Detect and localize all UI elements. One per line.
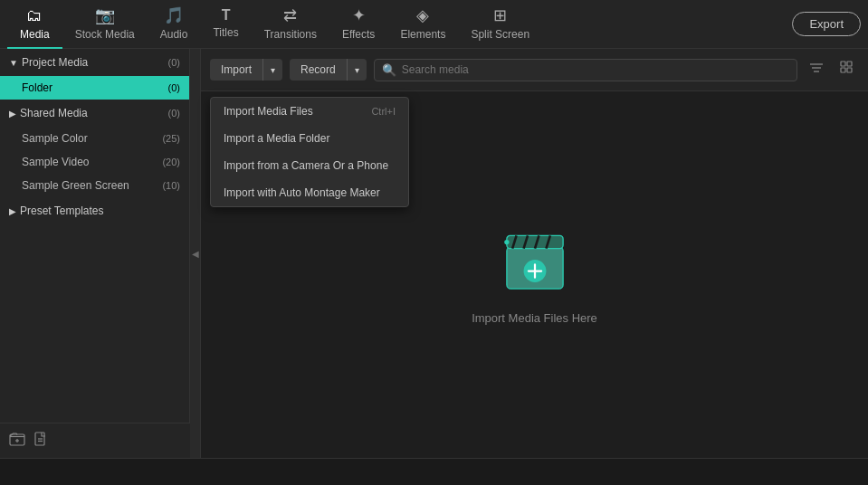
svg-rect-12 xyxy=(847,68,852,72)
export-button[interactable]: Export xyxy=(792,12,861,36)
audio-icon: 🎵 xyxy=(164,5,184,25)
nav-label-titles: Titles xyxy=(213,26,238,39)
svg-rect-9 xyxy=(841,62,845,66)
chevron-right-icon: ▶ xyxy=(9,109,16,119)
svg-rect-11 xyxy=(841,68,845,72)
add-file-icon[interactable] xyxy=(33,431,49,451)
search-icon: 🔍 xyxy=(382,63,396,77)
effects-icon: ✦ xyxy=(352,5,366,25)
folder-count: (0) xyxy=(168,82,180,93)
record-button-group: Record ▾ xyxy=(290,59,367,81)
dropdown-item-import-media-files[interactable]: Import Media Files Ctrl+I xyxy=(211,98,408,125)
import-button-group: Import ▾ Import Media Files Ctrl+I Impor… xyxy=(210,59,282,81)
sample-green-screen-label: Sample Green Screen xyxy=(22,179,129,192)
dropdown-label-import-folder: Import a Media Folder xyxy=(224,132,329,145)
dropdown-item-import-camera[interactable]: Import from a Camera Or a Phone xyxy=(211,152,408,179)
clapperboard-icon xyxy=(499,224,571,297)
sidebar-item-sample-color[interactable]: Sample Color (25) xyxy=(0,127,189,150)
filter-icon[interactable] xyxy=(805,56,828,83)
grid-icon[interactable] xyxy=(835,56,859,83)
shared-media-count: (0) xyxy=(168,108,180,119)
nav-item-stock-media[interactable]: 📷 Stock Media xyxy=(62,0,148,49)
stock-media-icon: 📷 xyxy=(95,5,115,25)
dropdown-item-import-auto-montage[interactable]: Import with Auto Montage Maker xyxy=(211,179,408,206)
sidebar-section-preset-templates[interactable]: ▶ Preset Templates xyxy=(0,197,189,224)
section-label-project-media: Project Media xyxy=(22,56,88,69)
nav-item-titles[interactable]: T Titles xyxy=(200,0,251,49)
record-dropdown-arrow[interactable]: ▾ xyxy=(348,61,367,80)
record-button[interactable]: Record xyxy=(290,59,348,81)
search-input[interactable] xyxy=(402,63,789,76)
elements-icon: ◈ xyxy=(416,5,429,25)
sidebar: ▼ Project Media (0) Folder (0) ▶ Shared … xyxy=(0,49,190,458)
chevron-down-icon: ▼ xyxy=(9,58,18,68)
nav-label-media: Media xyxy=(20,28,50,41)
transitions-icon: ⇄ xyxy=(283,5,297,25)
nav-item-effects[interactable]: ✦ Effects xyxy=(329,0,387,49)
empty-state-label: Import Media Files Here xyxy=(472,311,597,325)
nav-label-split-screen: Split Screen xyxy=(471,28,529,41)
project-media-count: (0) xyxy=(168,57,180,68)
sidebar-content: ▼ Project Media (0) Folder (0) ▶ Shared … xyxy=(0,49,190,458)
nav-label-effects: Effects xyxy=(342,28,375,41)
nav-label-transitions: Transitions xyxy=(264,28,317,41)
top-nav: 🗂 Media 📷 Stock Media 🎵 Audio T Titles ⇄… xyxy=(0,0,868,49)
dropdown-label-import-auto-montage: Import with Auto Montage Maker xyxy=(224,186,380,199)
sample-green-screen-count: (10) xyxy=(162,180,180,191)
sample-video-label: Sample Video xyxy=(22,156,90,168)
media-icon: 🗂 xyxy=(26,6,43,25)
import-dropdown-menu: Import Media Files Ctrl+I Import a Media… xyxy=(210,97,409,207)
dropdown-shortcut-import-files: Ctrl+I xyxy=(371,106,396,117)
sample-video-count: (20) xyxy=(162,157,180,167)
split-screen-icon: ⊞ xyxy=(493,5,507,25)
nav-item-elements[interactable]: ◈ Elements xyxy=(387,0,458,49)
search-box: 🔍 xyxy=(374,59,797,81)
titles-icon: T xyxy=(222,7,231,24)
sidebar-item-sample-green-screen[interactable]: Sample Green Screen (10) xyxy=(0,174,189,197)
sample-color-count: (25) xyxy=(162,133,180,144)
collapse-arrow-icon: ◀ xyxy=(192,249,199,259)
main-area: ▼ Project Media (0) Folder (0) ▶ Shared … xyxy=(0,49,868,458)
collapse-handle[interactable]: ◀ xyxy=(190,49,201,458)
bottom-bar xyxy=(0,458,868,485)
import-button[interactable]: Import xyxy=(210,59,263,81)
nav-item-media[interactable]: 🗂 Media xyxy=(7,0,62,49)
sidebar-section-shared-media[interactable]: ▶ Shared Media (0) xyxy=(0,100,189,127)
section-label-shared-media: Shared Media xyxy=(20,107,88,119)
dropdown-label-import-files: Import Media Files xyxy=(224,105,313,118)
sidebar-item-sample-video[interactable]: Sample Video (20) xyxy=(0,150,189,174)
nav-item-split-screen[interactable]: ⊞ Split Screen xyxy=(458,0,542,49)
nav-item-transitions[interactable]: ⇄ Transitions xyxy=(252,0,329,49)
nav-item-audio[interactable]: 🎵 Audio xyxy=(148,0,201,49)
sidebar-section-project-media[interactable]: ▼ Project Media (0) xyxy=(0,49,189,76)
folder-label: Folder xyxy=(22,81,52,94)
nav-label-elements: Elements xyxy=(400,28,445,41)
nav-label-audio: Audio xyxy=(160,28,188,41)
dropdown-label-import-camera: Import from a Camera Or a Phone xyxy=(224,159,388,172)
svg-point-22 xyxy=(504,240,509,244)
add-folder-icon[interactable] xyxy=(9,431,25,451)
chevron-right-icon-preset: ▶ xyxy=(9,206,16,216)
sample-color-label: Sample Color xyxy=(22,132,88,145)
sidebar-item-folder[interactable]: Folder (0) xyxy=(0,76,189,100)
import-dropdown-arrow[interactable]: ▾ xyxy=(263,61,282,80)
section-label-preset-templates: Preset Templates xyxy=(20,204,104,217)
svg-rect-10 xyxy=(847,62,852,66)
nav-label-stock-media: Stock Media xyxy=(75,28,135,41)
sidebar-footer xyxy=(0,423,190,458)
content-area: Import ▾ Import Media Files Ctrl+I Impor… xyxy=(201,49,868,458)
dropdown-item-import-folder[interactable]: Import a Media Folder xyxy=(211,125,408,152)
toolbar: Import ▾ Import Media Files Ctrl+I Impor… xyxy=(201,49,868,91)
